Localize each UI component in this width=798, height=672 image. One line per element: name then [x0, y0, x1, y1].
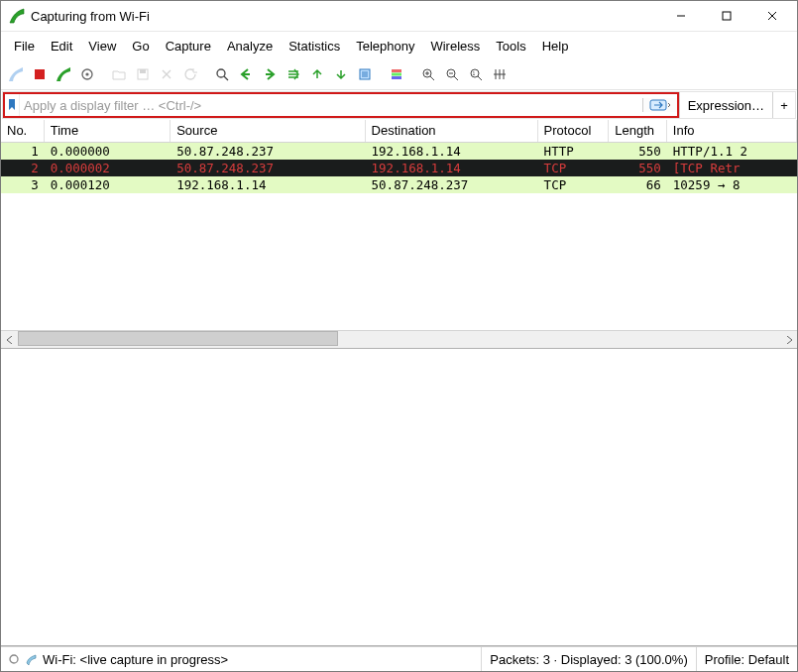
menu-capture[interactable]: Capture: [159, 37, 218, 56]
resize-columns-button[interactable]: [489, 63, 511, 85]
table-cell: 50.87.248.237: [171, 143, 365, 160]
table-cell: [TCP Retr: [667, 160, 797, 176]
scroll-right-icon[interactable]: [780, 331, 797, 348]
restart-capture-button[interactable]: [53, 63, 74, 85]
table-cell: 2: [1, 160, 45, 176]
status-packets: Packets: 3 · Displayed: 3 (100.0%): [482, 647, 696, 671]
menu-view[interactable]: View: [81, 37, 123, 56]
table-cell: 0.000000: [45, 143, 171, 160]
svg-rect-10: [392, 76, 401, 79]
menu-tools[interactable]: Tools: [489, 37, 532, 56]
svg-text:1: 1: [473, 70, 476, 76]
add-filter-button[interactable]: +: [772, 92, 795, 118]
col-header-dest[interactable]: Destination: [366, 120, 538, 142]
col-header-info[interactable]: Info: [667, 120, 797, 142]
reload-button[interactable]: [179, 63, 201, 85]
packet-table-body[interactable]: 10.00000050.87.248.237192.168.1.14HTTP55…: [1, 143, 797, 330]
toolbar-separator: [378, 63, 384, 85]
col-header-source[interactable]: Source: [171, 120, 365, 142]
app-window: Capturing from Wi-Fi File Edit View Go C…: [0, 0, 798, 672]
zoom-out-button[interactable]: [441, 63, 463, 85]
maximize-button[interactable]: [704, 1, 749, 31]
filter-bookmark-icon[interactable]: [5, 94, 20, 116]
go-last-packet-button[interactable]: [330, 63, 352, 85]
table-cell: 192.168.1.14: [171, 176, 365, 193]
packet-table-header: No. Time Source Destination Protocol Len…: [1, 120, 797, 143]
go-back-button[interactable]: [235, 63, 257, 85]
table-cell: 0.000120: [45, 176, 171, 193]
status-interface-text: Wi-Fi: <live capture in progress>: [43, 652, 228, 667]
colorize-button[interactable]: [386, 63, 407, 85]
menu-telephony[interactable]: Telephony: [349, 37, 421, 56]
scroll-left-icon[interactable]: [1, 331, 18, 348]
table-cell: 50.87.248.237: [171, 160, 365, 176]
table-cell: 192.168.1.14: [366, 160, 538, 176]
col-header-protocol[interactable]: Protocol: [538, 120, 610, 142]
menu-go[interactable]: Go: [125, 37, 156, 56]
status-dot-icon: [9, 654, 19, 664]
find-packet-button[interactable]: [211, 63, 233, 85]
stop-capture-button[interactable]: [29, 63, 51, 85]
menu-help[interactable]: Help: [535, 37, 576, 56]
expression-button[interactable]: Expression…: [679, 92, 772, 118]
scroll-thumb[interactable]: [18, 331, 338, 346]
menu-file[interactable]: File: [7, 37, 42, 56]
status-profile[interactable]: Profile: Default: [697, 647, 797, 671]
table-cell: TCP: [538, 160, 610, 176]
save-file-button[interactable]: [132, 63, 154, 85]
table-cell: 50.87.248.237: [366, 176, 538, 193]
toolbar-separator: [409, 63, 415, 85]
svg-point-3: [85, 72, 88, 75]
table-row[interactable]: 20.00000250.87.248.237192.168.1.14TCP550…: [1, 160, 797, 176]
packet-detail-pane[interactable]: [1, 349, 797, 646]
svg-point-6: [217, 69, 225, 77]
wireshark-fin-icon: [9, 8, 25, 24]
toolbar-separator: [203, 63, 209, 85]
zoom-in-button[interactable]: [417, 63, 439, 85]
table-cell: HTTP: [538, 143, 610, 160]
menubar: File Edit View Go Capture Analyze Statis…: [1, 32, 797, 59]
menu-edit[interactable]: Edit: [44, 37, 79, 56]
menu-wireless[interactable]: Wireless: [423, 37, 487, 56]
col-header-time[interactable]: Time: [45, 120, 171, 142]
display-filter-input[interactable]: [20, 96, 642, 115]
close-button[interactable]: [749, 1, 795, 31]
zoom-reset-button[interactable]: 1: [465, 63, 487, 85]
capture-options-button[interactable]: [76, 63, 98, 85]
go-forward-button[interactable]: [259, 63, 281, 85]
toolbar: 1: [1, 59, 797, 90]
svg-rect-0: [723, 12, 731, 20]
close-file-button[interactable]: [156, 63, 177, 85]
table-row[interactable]: 10.00000050.87.248.237192.168.1.14HTTP55…: [1, 143, 797, 160]
status-interface: Wi-Fi: <live capture in progress>: [1, 647, 482, 671]
table-cell: TCP: [538, 176, 610, 193]
col-header-length[interactable]: Length: [609, 120, 667, 142]
table-cell: 192.168.1.14: [366, 143, 538, 160]
start-capture-button[interactable]: [5, 63, 27, 85]
packet-hscrollbar[interactable]: [1, 330, 797, 348]
display-filter-row: Expression… +: [2, 91, 796, 119]
go-first-packet-button[interactable]: [306, 63, 328, 85]
svg-point-16: [10, 655, 18, 663]
svg-rect-1: [35, 69, 45, 79]
window-controls: [658, 1, 795, 31]
table-cell: 66: [609, 176, 667, 193]
titlebar: Capturing from Wi-Fi: [1, 1, 797, 32]
minimize-button[interactable]: [658, 1, 704, 31]
autoscroll-button[interactable]: [354, 63, 376, 85]
col-header-no[interactable]: No.: [1, 120, 45, 142]
filter-apply-button[interactable]: [642, 98, 677, 112]
table-cell: 1: [1, 143, 45, 160]
go-to-packet-button[interactable]: [283, 63, 304, 85]
statusbar: Wi-Fi: <live capture in progress> Packet…: [1, 646, 797, 671]
expert-info-icon[interactable]: [25, 653, 37, 665]
menu-statistics[interactable]: Statistics: [282, 37, 347, 56]
table-cell: 550: [609, 160, 667, 176]
open-file-button[interactable]: [108, 63, 130, 85]
table-cell: HTTP/1.1 2: [667, 143, 797, 160]
table-cell: 3: [1, 176, 45, 193]
table-row[interactable]: 30.000120192.168.1.1450.87.248.237TCP661…: [1, 176, 797, 193]
menu-analyze[interactable]: Analyze: [220, 37, 280, 56]
svg-rect-9: [392, 73, 401, 76]
scroll-track[interactable]: [18, 331, 780, 348]
